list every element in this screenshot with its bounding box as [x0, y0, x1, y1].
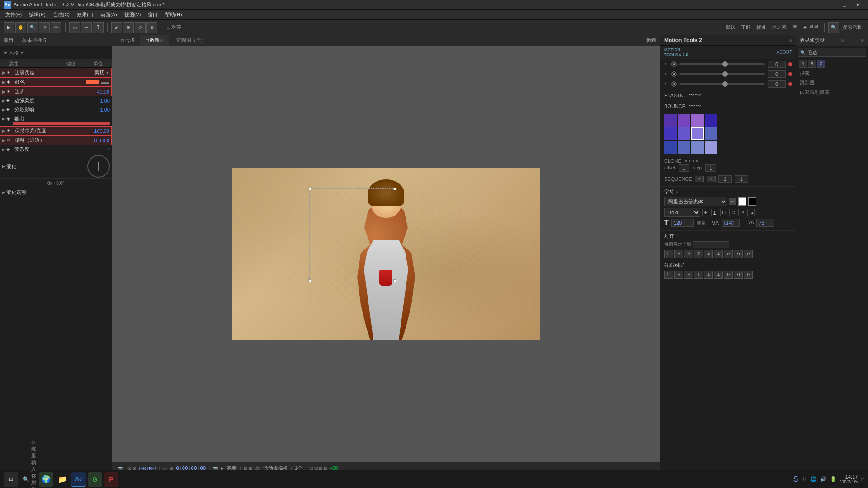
- color-cell-10[interactable]: [678, 141, 690, 154]
- tab-menu[interactable]: ≡: [160, 38, 163, 43]
- text-color-black[interactable]: [748, 197, 756, 206]
- effect-border[interactable]: ▶ ◈ 边界 40.00: [0, 87, 112, 96]
- align-left[interactable]: ⊢: [664, 250, 673, 258]
- mt-x-knob[interactable]: [671, 61, 677, 67]
- font-edit-icon[interactable]: ✏: [729, 198, 736, 205]
- mt-y-track[interactable]: [679, 73, 765, 75]
- effects-menu-icon2[interactable]: ≡: [841, 38, 844, 43]
- dist-btn-2[interactable]: ⊣: [674, 271, 683, 279]
- tool-puppet[interactable]: ⊗: [146, 22, 157, 33]
- align-right[interactable]: ⊣: [684, 250, 693, 258]
- border-value[interactable]: 40.00: [97, 89, 109, 94]
- eff-icon-3-selected[interactable]: C: [817, 60, 825, 68]
- strikethrough-icon[interactable]: T̶: [702, 209, 709, 216]
- workspace-learn[interactable]: 了解: [739, 24, 753, 31]
- font-size-input[interactable]: [671, 219, 694, 227]
- align-extra-1[interactable]: ⊳: [724, 250, 733, 258]
- align-center-v[interactable]: ⊥: [704, 250, 713, 258]
- edge-dropdown-icon[interactable]: ▼: [105, 70, 109, 75]
- caps-icon[interactable]: TT: [720, 209, 727, 216]
- char-menu[interactable]: ≡: [676, 189, 679, 194]
- eff-icon-2[interactable]: B: [808, 60, 816, 68]
- mt-y-thumb[interactable]: [722, 71, 728, 77]
- leading-input[interactable]: [722, 219, 740, 227]
- color-cell-1[interactable]: [664, 114, 677, 127]
- menu-effects[interactable]: 效果(T): [73, 10, 97, 19]
- maximize-button[interactable]: □: [838, 0, 851, 10]
- menu-view[interactable]: 视图(V): [121, 10, 145, 19]
- align-bottom[interactable]: ⊥: [714, 250, 723, 258]
- align-to-input[interactable]: [693, 241, 729, 248]
- color-cell-8[interactable]: [705, 127, 717, 140]
- seq-val-2[interactable]: [735, 175, 748, 183]
- va-input[interactable]: [756, 219, 774, 227]
- mt-y-value[interactable]: [768, 70, 786, 78]
- subscript-icon[interactable]: T₂: [747, 209, 755, 216]
- color-cell-11[interactable]: [691, 141, 704, 154]
- menu-edit[interactable]: 编辑(E): [25, 10, 49, 19]
- align-menu[interactable]: ≡: [676, 234, 679, 239]
- search-box[interactable]: 🔍: [798, 48, 866, 57]
- mt-y-knob[interactable]: [671, 71, 677, 77]
- effect-color[interactable]: ▶ ◈ 颜色 ▬▬: [0, 77, 112, 87]
- mt-z-thumb[interactable]: [722, 81, 728, 87]
- seq-val-1[interactable]: [718, 175, 732, 183]
- start-button[interactable]: ⊞: [4, 472, 18, 487]
- effect-offset[interactable]: ▶ ⊕ 偏移（通道） 0,0,0,0: [0, 136, 112, 145]
- workspace-library[interactable]: 库: [790, 24, 799, 31]
- search-input[interactable]: [807, 50, 864, 55]
- mt-x-track[interactable]: [679, 63, 765, 65]
- dist-btn-4[interactable]: ⊤: [694, 271, 703, 279]
- dist-btn-1[interactable]: ⊢: [664, 271, 673, 279]
- tool-brush[interactable]: 🖌: [111, 22, 122, 33]
- bold-select[interactable]: Bold: [664, 208, 700, 217]
- menu-composition[interactable]: 合成(C): [49, 10, 73, 19]
- effect-complexity[interactable]: ▶ ◈ 复杂度 2: [0, 145, 112, 154]
- tool-eraser[interactable]: ◇: [135, 22, 146, 33]
- mt-z-track[interactable]: [679, 83, 765, 85]
- menu-help[interactable]: 帮助(H): [161, 10, 185, 19]
- mt-x-thumb[interactable]: [722, 61, 728, 67]
- mt-z-value[interactable]: [768, 80, 786, 88]
- color-cell-4[interactable]: [705, 114, 717, 127]
- mt-z-dot[interactable]: [788, 82, 792, 86]
- seq-icon-2[interactable]: ⊲: [707, 176, 716, 182]
- tool-hand[interactable]: ✋: [15, 22, 26, 33]
- superscript-icon[interactable]: T²: [738, 209, 745, 216]
- dist-btn-3[interactable]: ⊣: [684, 271, 693, 279]
- seq-icon-1[interactable]: ⊳: [695, 176, 704, 182]
- underline-icon[interactable]: T̲: [711, 209, 718, 216]
- tool-rect[interactable]: ▭: [69, 22, 80, 33]
- output-slider[interactable]: [13, 122, 110, 125]
- color-swatch[interactable]: [86, 80, 99, 84]
- tool-pen[interactable]: ✏: [51, 22, 61, 33]
- close-panel-icon[interactable]: ✕: [861, 38, 864, 43]
- effect-liquify-opts[interactable]: ▶ 液化选项: [0, 188, 112, 197]
- notification-icon[interactable]: □: [861, 477, 864, 482]
- mt-x-dot[interactable]: [788, 62, 792, 66]
- taskbar-explorer[interactable]: 📁: [55, 472, 70, 487]
- menu-window[interactable]: 窗口: [144, 10, 161, 19]
- align-center-h[interactable]: ⊣: [674, 250, 683, 258]
- font-select[interactable]: 阿里巴巴普惠体: [664, 197, 727, 206]
- color-cell-9[interactable]: [664, 141, 677, 154]
- offset-value[interactable]: 0,0,0,0: [94, 138, 109, 143]
- workspace-default[interactable]: 默认: [724, 24, 737, 31]
- clone-offset-input[interactable]: [679, 164, 689, 172]
- taskbar-ae[interactable]: Ae: [71, 472, 86, 487]
- tool-clone[interactable]: ⊕: [123, 22, 134, 33]
- clone-step-input[interactable]: [705, 164, 716, 172]
- effect-fractal[interactable]: ▶ ◈ 分形影响 1.00: [0, 105, 112, 114]
- color-cell-5[interactable]: [664, 127, 677, 140]
- menu-file[interactable]: 文件(F): [2, 10, 25, 19]
- effect-edge-soft[interactable]: ▶ ◈ 边缘柔度 1.00: [0, 96, 112, 105]
- text-color-white[interactable]: [738, 197, 746, 206]
- taskbar-search[interactable]: 🔍 在这里输入你想搜索的内容: [23, 472, 37, 487]
- tool-select[interactable]: ▶: [4, 22, 14, 33]
- dist-btn-9[interactable]: ⊳: [744, 271, 753, 279]
- tool-text[interactable]: T: [93, 22, 104, 33]
- taskbar-app-p[interactable]: P: [104, 472, 118, 487]
- effect-brightness[interactable]: ▶ ◈ 保持常亮/亮度 100.00: [0, 126, 112, 136]
- mt-z-knob[interactable]: [671, 81, 677, 87]
- taskbar-app-g[interactable]: G: [88, 472, 102, 487]
